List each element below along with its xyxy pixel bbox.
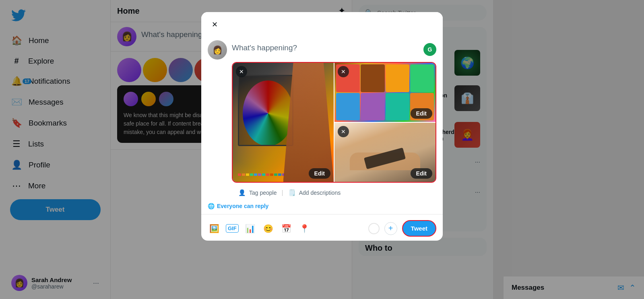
modal-images-grid: ✕ Edit: [232, 62, 436, 183]
modal-image-threads: ✕ Edit: [334, 63, 436, 122]
modal-image-close-3[interactable]: ✕: [338, 126, 349, 137]
image-toolbar-icon[interactable]: 🖼️: [208, 222, 221, 235]
grammarly-icon: G: [423, 43, 436, 56]
compose-modal: ✕ 👩 What's happening? G: [201, 12, 443, 241]
add-descriptions-label[interactable]: Add descriptions: [299, 190, 341, 196]
whats-happening-placeholder: What's happening?: [232, 40, 297, 59]
add-thread-button[interactable]: +: [384, 222, 397, 235]
modal-image-close-1[interactable]: ✕: [236, 66, 247, 77]
modal-image-edit-1[interactable]: Edit: [309, 168, 330, 179]
modal-image-edit-3[interactable]: Edit: [411, 168, 432, 179]
modal-image-sewing: ✕ Edit: [334, 123, 436, 182]
modal-compose-area: 👩 What's happening? G: [201, 37, 443, 200]
modal-divider: [201, 214, 443, 214]
modal-image-designer: ✕ Edit: [233, 63, 334, 182]
modal-overlay[interactable]: ✕ 👩 What's happening? G: [0, 0, 644, 299]
modal-image-close-2[interactable]: ✕: [338, 66, 349, 77]
designer-image: [233, 63, 334, 182]
modal-user-avatar: 👩: [208, 40, 227, 60]
tag-people-label[interactable]: Tag people: [249, 190, 277, 196]
schedule-toolbar-icon[interactable]: 📅: [280, 222, 293, 235]
reply-setting[interactable]: 🌐 Everyone can reply: [201, 200, 443, 212]
modal-image-actions: 👤 Tag people | 🗒️ Add descriptions: [232, 186, 436, 200]
close-icon: ✕: [212, 20, 218, 29]
modal-header: ✕: [201, 12, 443, 37]
tweet-submit-button[interactable]: Tweet: [402, 220, 436, 237]
modal-close-button[interactable]: ✕: [208, 18, 221, 31]
list-toolbar-icon[interactable]: 📊: [244, 222, 257, 235]
divider: |: [282, 189, 283, 196]
location-toolbar-icon[interactable]: 📍: [298, 222, 311, 235]
reply-setting-label: Everyone can reply: [217, 203, 268, 209]
modal-compose-right: What's happening? G: [232, 40, 436, 200]
description-icon: 🗒️: [288, 189, 296, 196]
gif-toolbar-icon[interactable]: GIF: [226, 224, 239, 233]
char-count-circle: [368, 223, 380, 234]
modal-image-edit-2[interactable]: Edit: [411, 108, 432, 119]
globe-icon: 🌐: [208, 203, 215, 209]
modal-toolbar: 🖼️ GIF 📊 😊 📅 📍 + Tweet: [201, 216, 443, 241]
emoji-toolbar-icon[interactable]: 😊: [262, 222, 275, 235]
person-icon: 👤: [238, 189, 246, 196]
